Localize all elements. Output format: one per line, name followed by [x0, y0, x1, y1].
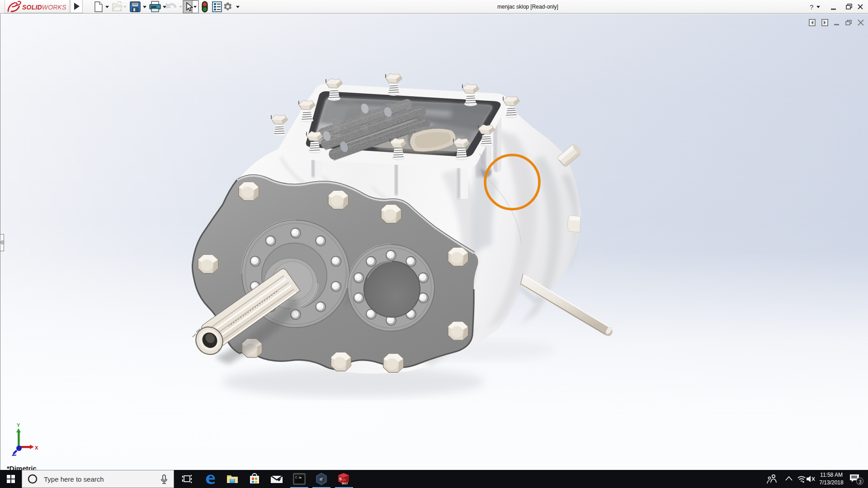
svg-text:2017: 2017 [342, 482, 348, 485]
svg-text:Y: Y [17, 422, 20, 428]
svg-text:SOLIDWORKS: SOLIDWORKS [22, 4, 66, 11]
svg-text:?: ? [810, 3, 813, 11]
svg-text:S: S [339, 477, 342, 481]
svg-text:X: X [35, 445, 38, 450]
svg-text:W: W [342, 478, 346, 482]
svg-text:3: 3 [859, 479, 862, 484]
